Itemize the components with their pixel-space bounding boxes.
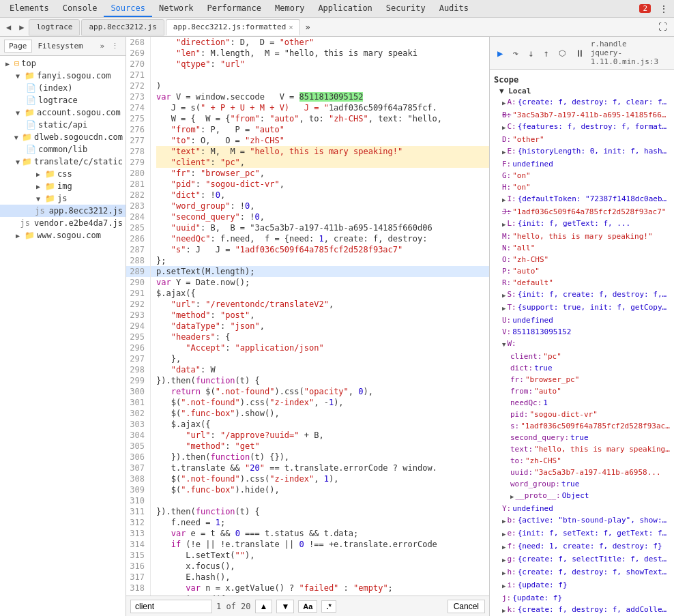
scope-arrow[interactable]: ▶ [502,195,506,205]
tab-logtrace-label: logtrace [36,23,72,31]
scope-arrow[interactable]: ▶ [502,304,506,314]
tree-item-fanyi[interactable]: ▼ 📁 fanyi.sogou.com [0,70,126,82]
tab-logtrace[interactable]: logtrace [29,19,80,35]
scope-item: second_query: true [494,432,670,443]
line-number: 278 [126,146,151,157]
regex-button[interactable]: .* [321,600,336,613]
tab-expand-icon[interactable]: ⛶ [654,20,671,33]
tree-item-vendor[interactable]: js vendor.e2be4da7.js [0,217,126,229]
tree-item-staticapi[interactable]: 📄 static/api [0,119,126,131]
scope-arrow[interactable]: ▶ [502,147,506,158]
tree-item-app8ecc[interactable]: js app.8ecc3212.js [0,205,126,217]
scope-arrow[interactable]: ▶ [502,542,506,553]
step-into-btn[interactable]: ↓ [525,46,537,60]
code-line: 291$.ajax({ [126,288,489,299]
scope-arrow[interactable]: ▶ [502,98,506,108]
code-content[interactable]: 268 "direction": D, D = "other"269 "len"… [126,37,489,596]
code-line: 309 $(".func-box").hide(), [126,484,489,495]
scope-key: b: [507,515,516,525]
scope-item: ▼W: [494,338,670,351]
tab-app8ecc3212[interactable]: app.8ecc3212.js [81,19,164,35]
line-number: 275 [126,113,151,124]
tree-item-img[interactable]: ▶ 📁 img [0,180,126,192]
menu-network[interactable]: Network [152,1,201,17]
code-line: 307 t.translate && "20" == t.translate.e… [126,463,489,473]
tree-item-logtrace[interactable]: 📄 logtrace [0,94,126,106]
search-close-button[interactable]: Cancel [448,600,485,613]
line-number: 291 [126,288,151,299]
tab-forward-icon[interactable]: ▶ [16,20,27,34]
match-case-button[interactable]: Aa [298,600,317,613]
tab-back-icon[interactable]: ◀ [3,20,14,34]
scope-arrow[interactable]: ▼ [502,340,506,350]
line-content: }).then(function(t) { [156,375,489,386]
sidebar-tab-filesystem[interactable]: Filesystem [33,40,88,53]
scope-arrow[interactable]: ▶ [502,220,506,230]
scope-key: second_query: [510,432,569,443]
deactivate-btn[interactable]: ⬡ [555,47,569,59]
line-content: E.hash(), [156,572,489,583]
menu-elements[interactable]: Elements [3,1,56,17]
scope-key: j: [502,593,511,603]
menu-sources[interactable]: Sources [104,1,152,17]
pause-btn[interactable]: ⏸ [572,46,588,60]
tab-close-icon[interactable]: ✕ [289,23,293,31]
sidebar-tab-page[interactable]: Page [4,40,32,53]
tree-item-js[interactable]: ▼ 📁 js [0,192,126,205]
step-over-btn[interactable]: ↷ [509,46,521,60]
scope-arrow[interactable]: ▶ [502,568,506,578]
tab-more-icon[interactable]: » [302,20,313,34]
search-prev-button[interactable]: ▲ [255,600,273,613]
menu-bar: Elements Console Sources Network Perform… [0,0,674,18]
scope-value: true [570,432,589,443]
scope-key: J: [502,207,511,217]
sidebar-tabs: Page Filesystem [4,40,88,53]
scope-arrow[interactable]: ▶ [502,291,506,301]
scope-arrow[interactable]: ▶ [502,516,506,527]
scope-arrow[interactable]: ▶ [510,492,514,502]
tree-label-commonlib: common/lib [38,145,87,154]
scope-group-local[interactable]: ▼ Local [494,86,670,96]
scope-value: true [534,363,553,373]
tree-item-account[interactable]: ▼ 📁 account.sogou.com [0,106,126,119]
tree-item-dlweb[interactable]: ▼ 📁 dlweb.sogoucdn.com [0,131,126,143]
code-line: 278 "text": M, M = "hello, this is mary … [126,146,489,157]
scope-item: ▶I: {defaultToken: "72387f1418dc0aeb", .… [494,193,670,206]
tree-item-css[interactable]: ▶ 📁 css [0,168,126,180]
scope-key: A: [507,97,516,107]
search-input[interactable] [130,600,212,613]
menu-application[interactable]: Application [311,1,379,17]
scope-arrow[interactable]: ▶ [502,581,506,591]
line-content: ) [156,80,489,91]
menu-console[interactable]: Console [56,1,104,17]
tree-item-www[interactable]: ▶ 📁 www.sogou.com [0,229,126,241]
tree-item-top[interactable]: ▶ ⊟ top [0,57,126,70]
code-line: 295 "headers": { [126,332,489,342]
tree-item-commonlib[interactable]: 📄 common/lib [0,143,126,156]
menu-security[interactable]: Security [379,1,433,17]
scope-arrow[interactable]: ▶ [502,555,506,566]
devtools-menu-icon[interactable]: ⋮ [656,3,671,14]
tree-item-translatestatic[interactable]: ▼ 📁 translate/c/static [0,156,126,168]
tree-item-index[interactable]: 📄 (index) [0,82,126,94]
sidebar-expand-icon[interactable]: » [97,40,107,52]
sidebar-more-icon[interactable]: ⋮ [108,40,121,52]
menu-audits[interactable]: Audits [433,1,475,17]
scope-arrow[interactable]: ▶ [502,529,506,540]
code-line: 294 "dataType": "json", [126,321,489,332]
right-panel-content[interactable]: Scope ▼ Local ▶A: {create: f, destroy: f… [490,70,674,616]
tab-app8ecc3212-formatted[interactable]: app.8ecc3212.js:formatted ✕ [166,19,301,35]
scope-key: E: [507,146,516,156]
step-out-btn[interactable]: ↑ [540,46,552,60]
sidebar-tree[interactable]: ▶ ⊟ top ▼ 📁 fanyi.sogou.com 📄 (index) 📄 [0,56,126,616]
resume-btn[interactable]: ▶ [494,46,506,60]
search-next-button[interactable]: ▼ [276,600,294,613]
scope-arrow[interactable]: ▶ [502,123,506,133]
scope-arrow[interactable]: ▶ [502,606,506,616]
line-number: 300 [126,386,151,397]
code-line: 270 "qtype": "url" [126,59,489,70]
menu-performance[interactable]: Performance [201,1,268,17]
code-line: 284 "second_query": !0, [126,211,489,222]
line-content: var n = x.getValue() ? "failed" : "empty… [156,583,489,593]
menu-memory[interactable]: Memory [268,1,311,17]
